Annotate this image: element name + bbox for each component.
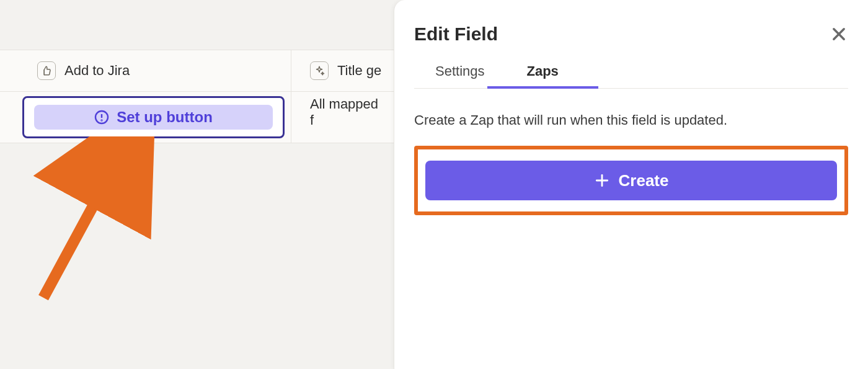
close-icon — [830, 25, 848, 43]
table-header-row: Add to Jira Title ge — [0, 50, 397, 92]
annotation-highlight: Create — [414, 146, 848, 215]
cell-title-ge[interactable]: All mapped f — [291, 92, 397, 133]
cell-selected: Set up button — [22, 96, 285, 138]
thumbs-up-icon — [37, 61, 56, 80]
panel-description: Create a Zap that will run when this fie… — [414, 112, 848, 128]
table: Add to Jira Title ge Set up button All m… — [0, 50, 397, 143]
panel-header: Edit Field — [414, 24, 848, 45]
create-button[interactable]: Create — [425, 161, 837, 200]
column-header-add-to-jira[interactable]: Add to Jira — [0, 50, 291, 91]
annotation-arrow — [31, 136, 155, 310]
column-header-label: Title ge — [337, 63, 381, 79]
svg-point-2 — [102, 120, 102, 121]
alert-circle-icon — [94, 110, 109, 125]
column-header-label: Add to Jira — [64, 63, 130, 79]
sparkle-icon — [310, 61, 329, 80]
plus-icon — [594, 172, 610, 189]
create-button-label: Create — [619, 171, 669, 190]
tabs: Settings Zaps — [414, 60, 848, 89]
tab-settings[interactable]: Settings — [433, 60, 487, 88]
set-up-button-label: Set up button — [117, 109, 213, 126]
close-button[interactable] — [830, 25, 848, 43]
edit-field-panel: Edit Field Settings Zaps Create a Zap th… — [394, 0, 868, 369]
svg-line-3 — [43, 149, 124, 298]
cell-text: All mapped f — [310, 96, 384, 128]
cell-add-to-jira[interactable]: Set up button — [0, 92, 291, 143]
column-header-title-ge[interactable]: Title ge — [291, 50, 397, 91]
panel-title: Edit Field — [414, 24, 498, 45]
set-up-button[interactable]: Set up button — [34, 105, 273, 130]
tab-zaps[interactable]: Zaps — [525, 60, 561, 88]
table-row: Set up button All mapped f — [0, 92, 397, 143]
